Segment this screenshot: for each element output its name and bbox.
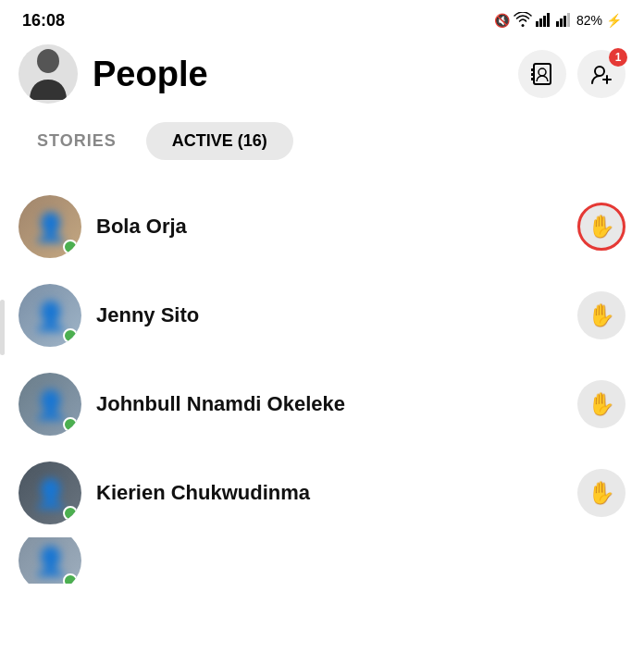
- wave-icon: ✋: [588, 480, 615, 506]
- notification-badge: 1: [609, 48, 627, 67]
- status-time: 16:08: [22, 11, 65, 31]
- status-bar: 16:08 🔇: [0, 0, 644, 37]
- wave-icon: ✋: [588, 391, 615, 417]
- svg-rect-13: [531, 78, 534, 80]
- svg-point-10: [539, 68, 546, 76]
- contact-item: 👤 Jenny Sito ✋: [0, 271, 644, 360]
- contact-avatar[interactable]: 👤: [19, 195, 81, 258]
- contact-list: 👤 Bola Orja ✋ 👤 Jenny Sito ✋ 👤 Johnbull …: [0, 175, 644, 591]
- avatar-image: 👤: [33, 388, 68, 421]
- online-indicator: [63, 328, 78, 343]
- header-actions: 1: [518, 50, 625, 98]
- online-indicator: [63, 417, 78, 432]
- wifi-icon: [514, 12, 532, 30]
- tabs: STORIES ACTIVE (16): [0, 118, 644, 175]
- contact-avatar[interactable]: 👤: [19, 284, 81, 347]
- svg-point-8: [37, 49, 59, 73]
- signal2-icon: [556, 12, 573, 30]
- svg-rect-4: [556, 21, 559, 27]
- contact-avatar[interactable]: 👤: [19, 462, 81, 524]
- svg-rect-2: [543, 16, 546, 27]
- tab-active[interactable]: ACTIVE (16): [146, 122, 293, 160]
- avatar-image: 👤: [33, 300, 68, 332]
- online-indicator: [63, 240, 78, 254]
- header: People 1: [0, 37, 644, 118]
- contact-name[interactable]: Bola Orja: [96, 215, 563, 239]
- svg-rect-0: [536, 21, 539, 27]
- wave-button[interactable]: ✋: [577, 380, 625, 428]
- online-indicator: [63, 573, 78, 584]
- wave-button[interactable]: ✋: [577, 291, 625, 339]
- add-friend-button[interactable]: 1: [577, 50, 625, 98]
- svg-rect-1: [539, 18, 542, 27]
- user-avatar[interactable]: [19, 44, 78, 104]
- battery-icon: ⚡: [606, 13, 622, 28]
- wave-icon: ✋: [588, 214, 615, 240]
- wave-icon: ✋: [588, 302, 615, 328]
- svg-rect-12: [531, 73, 534, 76]
- svg-rect-3: [547, 13, 550, 27]
- contact-name[interactable]: Johnbull Nnamdi Okeleke: [96, 392, 563, 416]
- signal-icon: [536, 12, 552, 30]
- avatar-image: 👤: [33, 211, 68, 243]
- contact-item: 👤 Kierien Chukwudinma ✋: [0, 449, 644, 537]
- contact-avatar[interactable]: 👤: [19, 373, 81, 436]
- add-friend-icon: [588, 61, 614, 87]
- avatar-image: 👤: [33, 545, 68, 577]
- svg-rect-5: [560, 18, 563, 27]
- contact-avatar: 👤: [19, 537, 81, 584]
- wave-button[interactable]: ✋: [577, 469, 625, 517]
- contact-name[interactable]: Jenny Sito: [96, 303, 563, 327]
- svg-rect-7: [567, 13, 570, 27]
- contact-item: 👤 Bola Orja ✋: [0, 182, 644, 271]
- contact-name[interactable]: Kierien Chukwudinma: [96, 481, 563, 505]
- tab-stories[interactable]: STORIES: [22, 124, 131, 158]
- status-icons: 🔇 82% ⚡: [494, 12, 622, 30]
- avatar-image: 👤: [33, 477, 68, 510]
- contacts-button[interactable]: [518, 50, 566, 98]
- svg-rect-6: [564, 16, 566, 27]
- online-indicator: [63, 506, 78, 521]
- contact-item: 👤 Johnbull Nnamdi Okeleke ✋: [0, 360, 644, 449]
- page-title: People: [93, 55, 503, 94]
- svg-rect-11: [531, 68, 534, 71]
- contacts-icon: [529, 61, 555, 87]
- contact-item-partial: 👤: [0, 537, 644, 584]
- svg-point-14: [595, 67, 604, 76]
- wave-button[interactable]: ✋: [577, 203, 625, 251]
- user-silhouette: [25, 44, 71, 104]
- mute-icon: 🔇: [494, 13, 510, 28]
- battery-text: 82%: [576, 13, 602, 28]
